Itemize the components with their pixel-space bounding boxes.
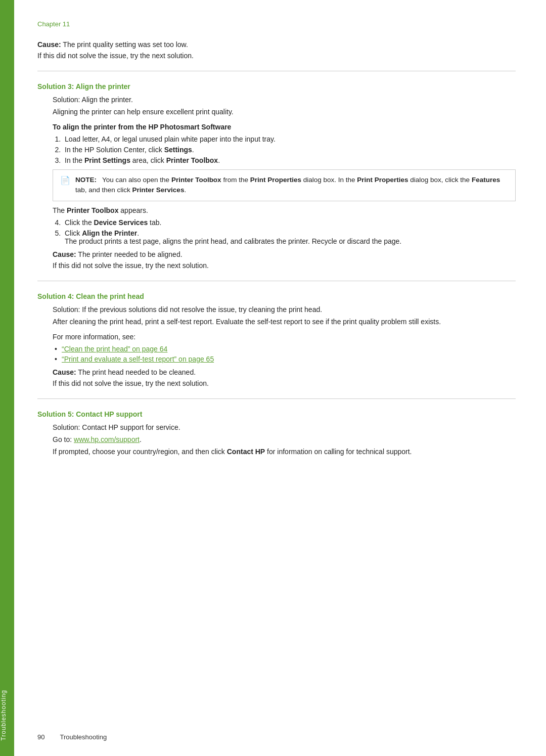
s4-cause-label: Cause: — [53, 368, 76, 376]
solution5-body: Solution: Contact HP support for service… — [53, 423, 516, 456]
divider-3 — [37, 398, 516, 399]
s4-cause-text: The print head needed to be cleaned. — [76, 368, 196, 376]
solution4-section: Solution 4: Clean the print head Solutio… — [37, 292, 516, 387]
solution3-step2: In the HP Solution Center, click Setting… — [63, 146, 516, 154]
clean-print-head-link[interactable]: “Clean the print head” on page 64 — [62, 345, 167, 353]
solution3-step5: Click Align the Printer. The product pri… — [63, 229, 516, 245]
solution4-link2: “Print and evaluate a self-test report” … — [53, 355, 516, 363]
solution3-step3: In the Print Settings area, click Printe… — [63, 156, 516, 164]
solution5-section: Solution 5: Contact HP support Solution:… — [37, 410, 516, 456]
note-label: NOTE: — [75, 176, 97, 184]
solution3-text: Align the printer. — [80, 96, 132, 104]
solution4-body: Solution: If the previous solutions did … — [53, 305, 516, 387]
solution3-section: Solution 3: Align the printer Solution: … — [37, 82, 516, 270]
solution3-step1-text: Load letter, A4, or legal unused plain w… — [65, 135, 276, 143]
solution3-step5-desc: The product prints a test page, aligns t… — [65, 237, 401, 245]
solution5-intro: Solution: Contact HP support for service… — [53, 423, 516, 431]
solution3-body: Solution: Align the printer. Aligning th… — [53, 96, 516, 270]
solution3-intro: Solution: Align the printer. — [53, 96, 516, 104]
solution4-desc1: After cleaning the print head, print a s… — [53, 318, 516, 326]
solution3-desc: Aligning the printer can help ensure exc… — [53, 108, 516, 116]
solution4-intro: Solution: If the previous solutions did … — [53, 305, 516, 314]
solution3-cause: Cause: The printer needed to be aligned. — [53, 250, 516, 258]
solution3-heading: Solution 3: Align the printer — [37, 82, 516, 91]
self-test-report-link[interactable]: “Print and evaluate a self-test report” … — [62, 355, 214, 363]
solution3-steps-list: Load letter, A4, or legal unused plain w… — [63, 135, 516, 164]
sidebar-label: Troubleshooting — [0, 685, 7, 741]
sidebar-green-bar: Troubleshooting — [0, 0, 14, 756]
chapter-label: Chapter 11 — [37, 20, 70, 28]
toolbox-appears-text: The Printer Toolbox appears. — [53, 206, 516, 214]
page-footer: 90 Troubleshooting — [37, 733, 107, 741]
intro-cause-text: The print quality setting was set too lo… — [61, 40, 188, 49]
intro-if-not-solve: If this did not solve the issue, try the… — [37, 52, 516, 60]
cause-bold-label: Cause: — [37, 40, 61, 49]
solution3-step1: Load letter, A4, or legal unused plain w… — [63, 135, 516, 143]
note-text: NOTE: You can also open the Printer Tool… — [75, 175, 508, 196]
footer-title: Troubleshooting — [60, 733, 107, 741]
page-number: 90 — [37, 733, 44, 741]
intro-cause: Cause: The print quality setting was set… — [37, 40, 516, 49]
solution5-goto: Go to: www.hp.com/support. — [53, 435, 516, 443]
solution5-goto-label: Go to: — [53, 435, 74, 443]
solution5-if-prompted: If prompted, choose your country/region,… — [53, 448, 516, 456]
s3-cause-label: Cause: — [53, 250, 76, 258]
solution4-if-not-solve: If this did not solve the issue, try the… — [53, 379, 516, 387]
note-icon: 📄 — [60, 175, 70, 185]
divider-1 — [37, 71, 516, 71]
s3-cause-text: The printer needed to be aligned. — [76, 250, 183, 258]
solution4-label: Solution: — [53, 305, 80, 314]
solution5-label: Solution: — [53, 423, 80, 431]
hp-support-link[interactable]: www.hp.com/support — [74, 435, 140, 443]
solution3-label: Solution: — [53, 96, 80, 104]
solution3-steps-heading: To align the printer from the HP Photosm… — [53, 123, 516, 131]
divider-2 — [37, 281, 516, 281]
solution4-text: If the previous solutions did not resolv… — [80, 305, 322, 314]
solution3-if-not-solve: If this did not solve the issue, try the… — [53, 261, 516, 270]
solution4-cause: Cause: The print head needed to be clean… — [53, 368, 516, 376]
solution4-heading: Solution 4: Clean the print head — [37, 292, 516, 300]
solution5-heading: Solution 5: Contact HP support — [37, 410, 516, 418]
solution3-step4: Click the Device Services tab. — [63, 218, 516, 227]
solution4-links-list: “Clean the print head” on page 64 “Print… — [53, 345, 516, 363]
solution4-for-more: For more information, see: — [53, 333, 516, 341]
solution4-link1: “Clean the print head” on page 64 — [53, 345, 516, 353]
note-box: 📄 NOTE: You can also open the Printer To… — [53, 169, 516, 201]
solution3-steps-list-cont: Click the Device Services tab. Click Ali… — [63, 218, 516, 245]
solution5-text: Contact HP support for service. — [80, 423, 180, 431]
